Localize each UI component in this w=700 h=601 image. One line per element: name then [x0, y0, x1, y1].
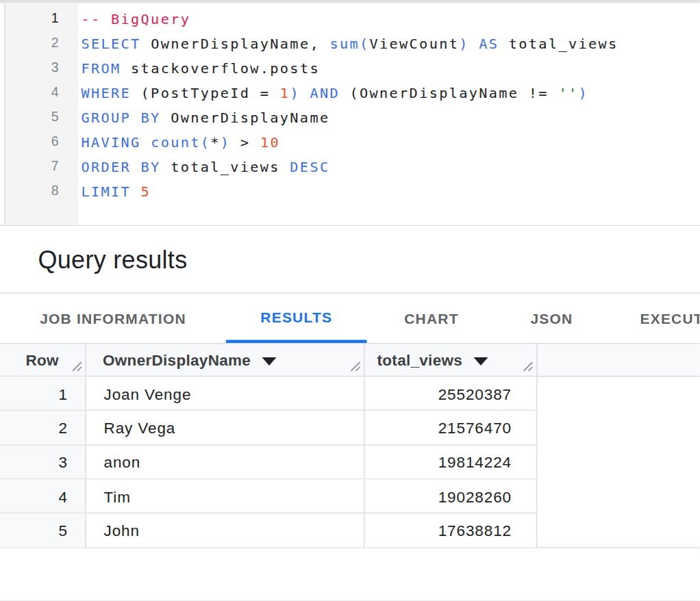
tab-label: JSON	[530, 310, 573, 327]
code-token-plain: (OwnerDisplayName !=	[340, 84, 558, 101]
line-number: 5	[0, 105, 77, 129]
owner-name-cell: John	[86, 513, 365, 548]
tab-results[interactable]: RESULTS	[226, 294, 367, 343]
sql-editor[interactable]: 1-- BigQuery2SELECT OwnerDisplayName, su…	[0, 3, 700, 225]
code-token-plain: total_views	[499, 35, 618, 51]
code-token-plain: OwnerDisplayName	[161, 109, 330, 125]
bigquery-query-panel: 1-- BigQuery2SELECT OwnerDisplayName, su…	[0, 0, 700, 601]
table-header-filler	[538, 344, 700, 376]
query-results-header: Query results	[0, 226, 700, 293]
code-lines: 1-- BigQuery2SELECT OwnerDisplayName, su…	[0, 3, 700, 204]
column-header-label: OwnerDisplayName	[103, 351, 251, 369]
code-token-kw: )	[221, 133, 231, 150]
code-token-kw: HAVING	[82, 133, 141, 150]
code-token-plain: >	[230, 133, 260, 150]
code-token-num: 1	[280, 84, 290, 101]
table-header-row: RowOwnerDisplayNametotal_views	[0, 343, 700, 377]
column-resize-grip-icon[interactable]	[72, 357, 82, 375]
column-header-label: total_views	[377, 351, 463, 369]
line-number: 7	[0, 154, 77, 179]
code-line[interactable]: 6HAVING count(*) > 10	[0, 129, 700, 154]
table-row: 3anon19814224	[0, 445, 538, 479]
sort-dropdown-icon[interactable]	[474, 357, 488, 365]
code-token-plain: total_views	[161, 158, 290, 175]
code-token-kw: AS	[479, 35, 499, 51]
code-token-kw: sum(	[329, 35, 369, 51]
column-header-label: Row	[26, 351, 59, 369]
table-row: 4Tim19028260	[0, 479, 538, 513]
code-token-plain	[141, 133, 151, 150]
row-number-cell: 5	[0, 513, 86, 548]
results-table-header-cell-total_views[interactable]: total_views	[365, 344, 538, 376]
results-table-header-cell-ownerdisplayname[interactable]: OwnerDisplayName	[86, 344, 365, 376]
code-token-plain	[131, 183, 141, 199]
code-text: SELECT OwnerDisplayName, sum(ViewCount) …	[77, 31, 618, 55]
owner-name-cell: anon	[86, 445, 365, 478]
table-body: 1Joan Venge255203872Ray Vega215764703ano…	[0, 377, 700, 549]
row-number-cell: 2	[0, 411, 86, 444]
table-row: 2Ray Vega21576470	[0, 411, 538, 445]
code-token-kw: )	[290, 84, 300, 101]
total-views-cell: 21576470	[365, 411, 538, 444]
tab-chart[interactable]: CHART	[367, 294, 497, 343]
code-token-kw: WHERE	[82, 84, 132, 101]
row-number-cell: 3	[0, 445, 86, 478]
total-views-cell: 25520387	[365, 377, 538, 410]
code-line[interactable]: 8LIMIT 5	[0, 179, 700, 203]
code-token-plain: *	[210, 133, 221, 150]
code-token-comment: -- BigQuery	[82, 10, 191, 27]
owner-name-cell: Tim	[86, 479, 365, 512]
line-number: 1	[0, 6, 77, 31]
results-table-header-cell-row[interactable]: Row	[0, 344, 86, 376]
code-line[interactable]: 4WHERE (PostTypeId = 1) AND (OwnerDispla…	[0, 80, 700, 105]
tab-execution[interactable]: EXECUTI	[608, 294, 700, 343]
code-text: LIMIT 5	[77, 179, 151, 203]
line-number: 2	[0, 31, 77, 55]
bottom-whitespace	[0, 549, 700, 601]
code-line[interactable]: 1-- BigQuery	[0, 6, 700, 31]
code-text: -- BigQuery	[77, 6, 191, 31]
tab-label: RESULTS	[260, 309, 332, 325]
tab-job-information[interactable]: JOB INFORMATION	[0, 294, 226, 343]
total-views-cell: 19814224	[365, 445, 538, 478]
total-views-cell: 19028260	[365, 479, 538, 512]
results-tab-bar: JOB INFORMATIONRESULTSCHARTJSONEXECUTI	[0, 294, 700, 343]
code-line[interactable]: 3FROM stackoverflow.posts	[0, 55, 700, 80]
code-token-num: 10	[260, 133, 280, 150]
code-line[interactable]: 2SELECT OwnerDisplayName, sum(ViewCount)…	[0, 31, 700, 55]
code-token-plain: (PostTypeId =	[131, 84, 280, 101]
table-row: 1Joan Venge25520387	[0, 377, 538, 411]
code-token-kw: )	[459, 35, 469, 51]
line-number: 6	[0, 129, 77, 154]
code-token-plain: OwnerDisplayName,	[141, 35, 330, 51]
code-line[interactable]: 5GROUP BY OwnerDisplayName	[0, 105, 700, 129]
code-token-plain: ViewCount	[370, 35, 460, 51]
column-resize-grip-icon[interactable]	[523, 357, 534, 375]
code-token-kw: FROM	[82, 60, 121, 76]
tab-label: EXECUTI	[640, 310, 700, 327]
line-number: 4	[0, 80, 77, 105]
code-text: HAVING count(*) > 10	[77, 129, 280, 154]
code-token-kw: )	[578, 84, 588, 101]
code-text: GROUP BY OwnerDisplayName	[77, 105, 330, 129]
code-text: FROM stackoverflow.posts	[77, 55, 320, 80]
code-token-kw: count(	[151, 133, 210, 150]
code-token-kw: AND	[310, 84, 340, 101]
sort-dropdown-icon[interactable]	[262, 357, 277, 365]
code-token-plain	[300, 84, 310, 101]
code-token-plain: stackoverflow.posts	[121, 60, 320, 76]
code-token-num: 5	[141, 183, 151, 199]
column-resize-grip-icon[interactable]	[351, 357, 361, 375]
code-token-str: ''	[558, 84, 578, 101]
code-token-kw: GROUP BY	[82, 109, 161, 125]
code-line[interactable]: 7ORDER BY total_views DESC	[0, 154, 700, 179]
owner-name-cell: Ray Vega	[86, 411, 365, 444]
page-title: Query results	[38, 245, 188, 274]
table-row: 5John17638812	[0, 513, 538, 548]
code-token-kw: DESC	[290, 158, 329, 175]
code-token-plain	[469, 35, 479, 51]
tab-json[interactable]: JSON	[497, 294, 608, 343]
code-token-kw: LIMIT	[82, 183, 132, 199]
row-number-cell: 1	[0, 377, 86, 410]
line-number: 8	[0, 179, 77, 203]
